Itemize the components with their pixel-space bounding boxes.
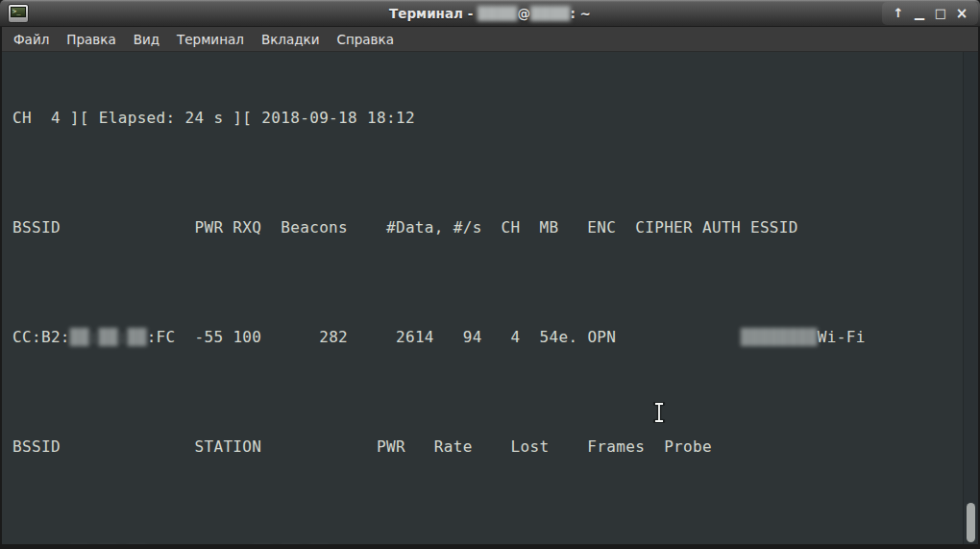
airodump-status-line: CH 4 ][ Elapsed: 24 s ][ 2018-09-18 18:1… xyxy=(12,109,978,127)
terminal-output: CH 4 ][ Elapsed: 24 s ][ 2018-09-18 18:1… xyxy=(2,52,978,544)
censored-hostname: ████ xyxy=(530,6,571,21)
ap-essid-suffix: Wi-Fi xyxy=(818,328,866,346)
ap-bssid-prefix: CC:B2: xyxy=(12,328,70,346)
censored-essid: ████████ xyxy=(741,328,818,346)
window-title-at: @ xyxy=(517,6,530,21)
menu-view[interactable]: Вид xyxy=(134,32,159,47)
minimize-icon: ▁ xyxy=(915,6,924,20)
menu-terminal[interactable]: Терминал xyxy=(177,32,244,47)
ap-row-values: -55 100 282 2614 94 4 54e. OPN xyxy=(176,328,741,346)
shade-button[interactable]: ↑ xyxy=(888,2,909,25)
scrollbar-track[interactable] xyxy=(963,52,978,544)
ap-row: CC:B2:██:██:██:FC -55 100 282 2614 94 4 … xyxy=(12,328,978,346)
station-header-text: BSSID STATION PWR Rate Lost Frames Probe xyxy=(12,437,712,456)
shade-icon: ↑ xyxy=(894,6,904,20)
menu-file[interactable]: Файл xyxy=(13,32,49,47)
menu-help[interactable]: Справка xyxy=(336,32,393,47)
terminal-window: >_ Терминал - ████@████: ~ ↑ ▁ □ × Файл … xyxy=(0,0,980,549)
window-title-suffix: : ~ xyxy=(571,6,591,21)
censored-username: ████ xyxy=(478,6,518,21)
scrollbar-thumb[interactable] xyxy=(967,503,975,542)
ap-table-header: BSSID PWR RXQ Beacons #Data, #/s CH MB E… xyxy=(12,218,978,237)
status-line-text: CH 4 ][ Elapsed: 24 s ][ 2018-09-18 18:1… xyxy=(12,109,415,127)
titlebar[interactable]: >_ Терминал - ████@████: ~ ↑ ▁ □ × xyxy=(0,0,980,27)
ap-header-text: BSSID PWR RXQ Beacons #Data, #/s CH MB E… xyxy=(12,218,798,237)
menu-tabs[interactable]: Вкладки xyxy=(261,32,320,47)
close-button[interactable]: × xyxy=(951,2,972,25)
censored-bssid: ██:██:██ xyxy=(70,328,147,346)
menu-edit[interactable]: Правка xyxy=(66,32,115,47)
menubar: Файл Правка Вид Терминал Вкладки Справка xyxy=(2,27,978,52)
close-icon: × xyxy=(956,5,968,22)
maximize-button[interactable]: □ xyxy=(930,2,951,25)
window-controls: ↑ ▁ □ × xyxy=(882,2,978,25)
minimize-button[interactable]: ▁ xyxy=(909,2,930,25)
terminal-viewport[interactable]: CH 4 ][ Elapsed: 24 s ][ 2018-09-18 18:1… xyxy=(2,52,978,544)
window-title-text: Терминал - xyxy=(389,6,478,21)
ap-bssid-suffix: :FC xyxy=(147,328,176,346)
window-title: Терминал - ████@████: ~ xyxy=(0,0,980,27)
maximize-icon: □ xyxy=(935,6,946,20)
station-table-header: BSSID STATION PWR Rate Lost Frames Probe xyxy=(12,437,978,456)
